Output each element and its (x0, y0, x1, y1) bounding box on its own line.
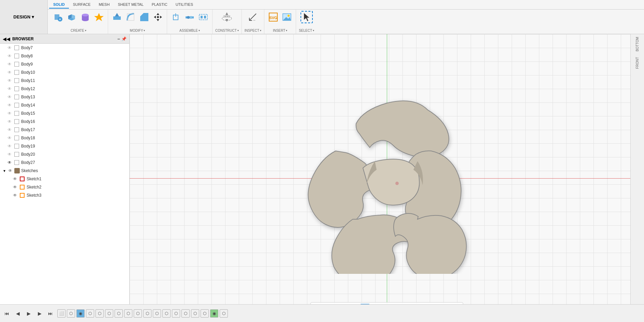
browser-item-body11[interactable]: 👁 Body11 (0, 76, 129, 85)
visibility-icon-body18[interactable]: 👁 (7, 135, 12, 141)
visibility-icon-sketch2[interactable]: 👁 (12, 184, 18, 190)
browser-item-body17[interactable]: 👁 Body17 (0, 126, 129, 134)
play-btn[interactable]: ▶ (25, 309, 33, 318)
checkbox-body10[interactable] (14, 70, 19, 75)
joint-btn[interactable] (184, 11, 196, 23)
timeline-icon-13[interactable]: ⬡ (172, 309, 180, 318)
timeline-icon-17[interactable]: ◉ (210, 309, 218, 318)
insert-label[interactable]: INSERT ▾ (273, 29, 288, 32)
browser-item-body14[interactable]: 👁 Body14 (0, 101, 129, 109)
timeline-icon-1[interactable]: ⬜ (57, 309, 65, 318)
visibility-icon-body9[interactable]: 👁 (7, 61, 12, 67)
checkbox-body19[interactable] (14, 144, 19, 149)
visibility-icon-body10[interactable]: 👁 (7, 70, 12, 75)
rigid-group-btn[interactable] (197, 11, 209, 23)
visibility-icon-body11[interactable]: 👁 (7, 78, 12, 83)
create-label[interactable]: CREATE ▾ (71, 29, 86, 32)
checkbox-body9[interactable] (14, 62, 19, 67)
timeline-icon-3[interactable]: ◉ (76, 309, 85, 318)
tab-solid[interactable]: SOLID (49, 1, 69, 9)
timeline-icon-5[interactable]: ⬡ (96, 309, 104, 318)
timeline-icon-7[interactable]: ⬡ (115, 309, 123, 318)
tab-plastic[interactable]: PLASTIC (148, 1, 172, 9)
browser-item-sketch1[interactable]: 👁 Sketch1 (0, 175, 129, 183)
move-btn[interactable] (152, 11, 164, 23)
visibility-icon-body17[interactable]: 👁 (7, 127, 12, 132)
timeline-icon-4[interactable]: ⬡ (86, 309, 94, 318)
timeline-icon-8[interactable]: ⬡ (124, 309, 132, 318)
timeline-icon-15[interactable]: ⬡ (191, 309, 199, 318)
assemble-label[interactable]: ASSEMBLE ▾ (179, 29, 200, 32)
browser-item-body7[interactable]: 👁 Body7 (0, 44, 129, 52)
checkbox-body16[interactable] (14, 119, 19, 124)
tab-mesh[interactable]: MESH (95, 1, 114, 9)
checkbox-body18[interactable] (14, 136, 19, 140)
chamfer-btn[interactable] (138, 11, 150, 23)
visibility-icon-body7[interactable]: 👁 (7, 45, 12, 51)
skip-end-btn[interactable]: ⏭ (46, 309, 55, 318)
insert-image-btn[interactable] (281, 11, 293, 23)
browser-item-body20[interactable]: 👁 Body20 (0, 150, 129, 158)
visibility-icon-body8[interactable]: 👁 (7, 53, 12, 59)
sketches-visibility[interactable]: 👁 (8, 168, 13, 173)
checkbox-body8[interactable] (14, 54, 19, 58)
checkbox-body12[interactable] (14, 86, 19, 91)
browser-item-body13[interactable]: 👁 Body13 (0, 93, 129, 101)
timeline-icon-11[interactable]: ⬡ (153, 309, 161, 318)
browser-item-body18[interactable]: 👁 Body18 (0, 134, 129, 142)
skip-start-btn[interactable]: ⏮ (3, 309, 11, 318)
checkbox-body15[interactable] (14, 111, 19, 116)
fillet-btn[interactable] (125, 11, 137, 23)
visibility-icon-body15[interactable]: 👁 (7, 111, 12, 116)
timeline-icon-6[interactable]: ⬡ (105, 309, 113, 318)
browser-minus[interactable]: − (117, 36, 120, 42)
visibility-icon-sketch3[interactable]: 👁 (12, 193, 18, 198)
tab-utilities[interactable]: UTILITIES (172, 1, 197, 9)
browser-item-body15[interactable]: 👁 Body15 (0, 109, 129, 117)
browser-item-body8[interactable]: 👁 Body8 (0, 52, 129, 60)
visibility-icon-body16[interactable]: 👁 (7, 119, 12, 124)
select-label[interactable]: SELECT ▾ (299, 29, 314, 32)
checkbox-body17[interactable] (14, 127, 19, 132)
cylinder-btn[interactable] (79, 11, 91, 23)
step-back-btn[interactable]: ◀ (14, 309, 22, 318)
timeline-icon-12[interactable]: ⬡ (162, 309, 171, 318)
checkbox-body14[interactable] (14, 103, 19, 108)
visibility-icon-body12[interactable]: 👁 (7, 86, 12, 92)
insert-svg-btn[interactable]: SVG (267, 11, 279, 23)
timeline-icon-10[interactable]: ⬡ (143, 309, 151, 318)
browser-item-body16[interactable]: 👁 Body16 (0, 117, 129, 126)
construct-label[interactable]: CONSTRUCT ▾ (215, 29, 239, 32)
timeline-icon-9[interactable]: ⬡ (134, 309, 142, 318)
browser-item-sketch3[interactable]: 👁 Sketch3 (0, 191, 129, 199)
visibility-icon-sketch1[interactable]: 👁 (12, 176, 18, 182)
checkbox-body20[interactable] (14, 152, 19, 157)
browser-item-body9[interactable]: 👁 Body9 (0, 60, 129, 68)
modify-label[interactable]: MODIFY ▾ (130, 29, 145, 32)
checkbox-body13[interactable] (14, 95, 19, 99)
browser-item-body12[interactable]: 👁 Body12 (0, 85, 129, 93)
new-component-assemble-btn[interactable] (170, 11, 182, 23)
inspect-label[interactable]: INSPECT ▾ (245, 29, 261, 32)
measure-btn[interactable]: ↔ (247, 11, 259, 23)
visibility-icon-body14[interactable]: 👁 (7, 102, 12, 108)
sketches-section[interactable]: ▼ 👁 Sketches (0, 167, 129, 175)
browser-item-body10[interactable]: 👁 Body10 (0, 68, 129, 76)
browser-pin[interactable]: 📌 (121, 37, 127, 41)
sketches-arrow[interactable]: ▼ (3, 169, 6, 173)
special-btn[interactable] (93, 11, 105, 23)
visibility-icon-body27[interactable]: 👁 (7, 160, 12, 165)
browser-item-body19[interactable]: 👁 Body19 (0, 142, 129, 150)
timeline-icon-2[interactable]: ⬡ (67, 309, 75, 318)
checkbox-body27[interactable] (14, 160, 19, 165)
tab-sheet-metal[interactable]: SHEET METAL (114, 1, 147, 9)
browser-item-sketch2[interactable]: 👁 Sketch2 (0, 183, 129, 191)
tab-surface[interactable]: SURFACE (69, 1, 95, 9)
viewport[interactable]: BOTTOM FRONT ▾ ▾ (130, 34, 644, 322)
collapse-icon[interactable]: ◀◀ (3, 36, 10, 42)
offset-plane-btn[interactable] (221, 11, 233, 23)
visibility-icon-body13[interactable]: 👁 (7, 94, 12, 100)
visibility-icon-body20[interactable]: 👁 (7, 152, 12, 157)
select-btn[interactable] (301, 11, 313, 23)
timeline-icon-14[interactable]: ⬡ (181, 309, 190, 318)
